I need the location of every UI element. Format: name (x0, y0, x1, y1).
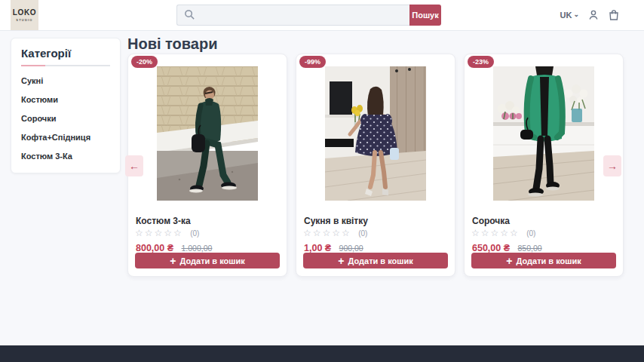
rating: ☆☆☆☆☆ (0) (303, 228, 367, 238)
star-icon: ☆ (303, 228, 313, 238)
star-icon: ☆ (164, 228, 173, 238)
price: 1,00 ₴ (304, 243, 331, 253)
star-icon: ☆ (313, 228, 323, 238)
footer (0, 345, 644, 362)
rating-count: (0) (358, 229, 367, 238)
star-icon: ☆ (135, 228, 145, 238)
rating: ☆☆☆☆☆ (0) (471, 228, 535, 238)
add-to-cart-label: Додати в кошик (348, 256, 413, 265)
language-selector[interactable]: UK ⌄ (560, 11, 579, 20)
sidebar-item-sorochky[interactable]: Сорочки (21, 109, 110, 127)
rating-count: (0) (526, 229, 535, 238)
arrow-right-icon: → (607, 160, 618, 172)
star-icon: ☆ (145, 228, 155, 238)
search-input[interactable] (176, 5, 409, 26)
star-icon: ☆ (173, 228, 183, 238)
logo-subtext: STUDIO (16, 18, 32, 22)
sidebar-item-kostyumy[interactable]: Костюми (21, 90, 110, 109)
star-icon: ☆ (481, 228, 491, 238)
rating-count: (0) (190, 229, 199, 238)
star-icon: ☆ (323, 228, 333, 238)
star-icon: ☆ (342, 228, 351, 238)
discount-badge: -20% (131, 56, 158, 68)
rating: ☆☆☆☆☆ (0) (135, 228, 199, 238)
product-title[interactable]: Костюм 3-ка (136, 216, 191, 226)
add-to-cart-label: Додати в кошик (180, 256, 245, 265)
product-title[interactable]: Сукня в квітку (304, 216, 368, 226)
plus-icon: + (506, 256, 512, 266)
carousel-prev-button[interactable]: ← (125, 155, 143, 176)
carousel-next-button[interactable]: → (603, 155, 621, 176)
header: LOKO STUDIO Пошук UK ⌄ (0, 0, 644, 31)
product-card[interactable]: -20% (127, 54, 287, 277)
sidebar-item-kostyum-3ka[interactable]: Костюм 3-Ка (21, 146, 110, 165)
sidebar-item-sukni[interactable]: Сукні (21, 71, 110, 90)
old-price: 1.000,00 (182, 244, 213, 253)
product-card[interactable]: -23% (464, 54, 624, 277)
sidebar-item-kofta-spidnytsya[interactable]: Кофта+Спідниця (21, 127, 110, 146)
product-image[interactable] (493, 66, 594, 201)
divider (21, 65, 110, 66)
discount-badge: -99% (299, 56, 326, 68)
star-icon: ☆ (471, 228, 481, 238)
sidebar-title: Категорії (21, 47, 110, 60)
sidebar: Категорії Сукні Костюми Сорочки Кофта+Сп… (11, 38, 121, 173)
plus-icon: + (170, 256, 176, 266)
product-image[interactable] (157, 66, 258, 201)
old-price: 850,00 (518, 244, 542, 253)
logo-text: LOKO (13, 9, 36, 17)
product-title[interactable]: Сорочка (472, 216, 510, 226)
account-icon[interactable] (587, 9, 600, 21)
new-products-carousel: -20% (127, 54, 624, 277)
category-nav: Сукні Костюми Сорочки Кофта+Спідниця Кос… (21, 71, 110, 165)
chevron-down-icon: ⌄ (573, 12, 579, 17)
logo[interactable]: LOKO STUDIO (11, 0, 38, 30)
star-icon: ☆ (510, 228, 520, 238)
star-icon: ☆ (491, 228, 501, 238)
add-to-cart-button[interactable]: + Додати в кошик (303, 253, 448, 268)
cart-icon[interactable] (608, 9, 620, 21)
arrow-left-icon: ← (129, 160, 140, 172)
star-icon: ☆ (155, 228, 164, 238)
product-card[interactable]: -99% (296, 54, 455, 277)
add-to-cart-button[interactable]: + Додати в кошик (471, 253, 616, 268)
page-title: Нові товари (127, 35, 217, 53)
price: 650,00 ₴ (472, 243, 510, 253)
star-icon: ☆ (332, 228, 342, 238)
search-bar: Пошук (176, 5, 441, 26)
star-icon: ☆ (500, 228, 510, 238)
product-image[interactable] (325, 66, 426, 201)
language-label: UK (560, 11, 572, 20)
add-to-cart-label: Додати в кошик (517, 256, 581, 265)
add-to-cart-button[interactable]: + Додати в кошик (135, 253, 280, 268)
header-actions: UK ⌄ (560, 0, 620, 30)
discount-badge: -23% (468, 56, 494, 68)
price: 800,00 ₴ (136, 243, 173, 253)
plus-icon: + (338, 256, 344, 266)
search-button[interactable]: Пошук (409, 5, 441, 26)
old-price: 900,00 (339, 244, 363, 253)
